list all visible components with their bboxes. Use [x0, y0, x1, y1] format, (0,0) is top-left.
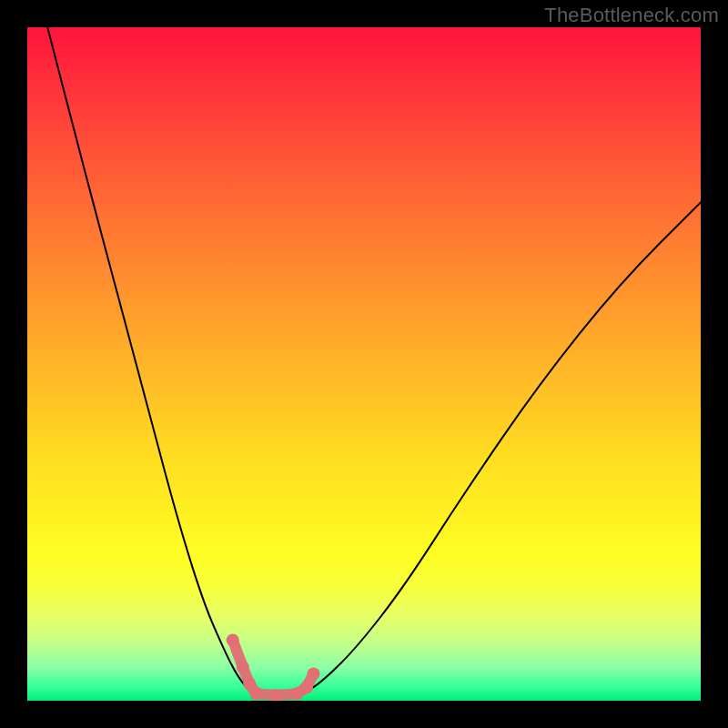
pink-series-point — [237, 661, 249, 673]
curve-b — [303, 202, 701, 693]
curve-layer — [47, 27, 701, 694]
pink-series-point — [300, 681, 313, 693]
chart-frame: TheBottleneck.com — [0, 0, 728, 728]
curve-a — [47, 27, 253, 694]
plot-area — [27, 27, 701, 701]
chart-svg — [27, 27, 701, 701]
pink-series-point — [308, 667, 320, 680]
pink-series-layer — [227, 633, 320, 701]
watermark-text: TheBottleneck.com — [544, 4, 719, 27]
pink-series-point — [227, 633, 239, 646]
pink-series-point — [250, 688, 263, 701]
